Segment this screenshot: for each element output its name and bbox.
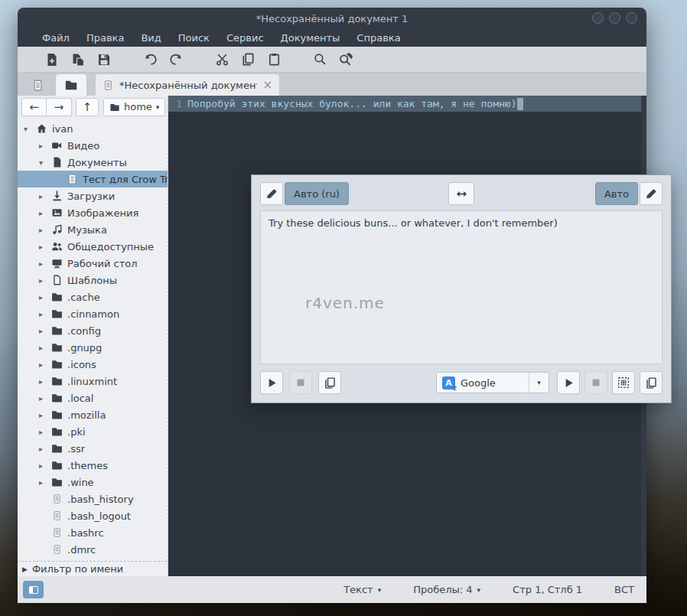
cut-button[interactable] [210,49,233,70]
tree-item-mozilla[interactable]: ▸.mozilla [18,406,168,423]
new-document-button[interactable] [41,49,63,70]
copy-source-button[interactable] [318,371,341,394]
swap-languages-button[interactable] [448,182,474,205]
stop-translation-button[interactable] [584,371,607,394]
expander-icon[interactable]: ▸ [39,478,50,487]
search-button[interactable] [308,49,331,70]
editor-line-1[interactable]: 1 Попробуй этих вкусных булок... или как… [168,96,646,112]
tab-width-dropdown[interactable]: Пробелы: 4▾ [413,584,480,595]
search-replace-button[interactable] [334,49,357,70]
tree-item-cinnamon[interactable]: ▸.cinnamon [18,305,168,322]
forward-button[interactable]: → [47,98,72,116]
back-button[interactable]: ← [21,98,47,116]
tree-item-config[interactable]: ▸.config [18,322,168,339]
menu-view[interactable]: Вид [132,31,169,45]
tree-item-themes[interactable]: ▸.themes [18,457,168,474]
expander-icon[interactable]: ▸ [39,192,50,200]
tab-close-icon[interactable]: × [262,80,272,91]
edit-source-lang-button[interactable] [260,182,283,205]
filter-by-name[interactable]: ▶ Фильтр по имени [18,561,168,576]
tree-item-desktop[interactable]: ▸Рабочий стол [18,255,168,272]
tree-item-test-file[interactable]: Тест для Crow Transl [18,171,168,187]
expander-icon[interactable]: ▸ [39,293,50,301]
menu-edit[interactable]: Правка [78,31,132,45]
tree-item-icons[interactable]: ▸.icons [18,356,168,373]
expander-icon[interactable]: ▾ [24,125,35,133]
maximize-button[interactable] [609,12,620,24]
tree-item-documents[interactable]: ▾Документы [18,154,168,171]
expander-icon[interactable]: ▸ [39,243,50,251]
panel-tab-file-browser[interactable] [56,74,86,96]
tree-item-label: .linuxmint [67,376,117,387]
open-button[interactable] [67,49,90,70]
expander-icon[interactable]: ▸ [39,310,50,318]
save-button[interactable] [93,49,116,70]
target-lang-toggle[interactable]: Авто [595,182,638,205]
editor-selected-text[interactable]: Попробуй этих вкусных булок... или как т… [187,98,516,109]
tree-item-video[interactable]: ▸Видео [18,137,168,154]
tree-item-ssr[interactable]: ▸.ssr [18,440,168,457]
menu-tools[interactable]: Сервис [218,31,272,45]
expander-icon[interactable]: ▸ [39,428,50,436]
document-tab[interactable]: *Несохранённый документ 1 × [96,74,279,96]
stop-source-button[interactable] [289,371,312,394]
tree-item-linuxmint[interactable]: ▸.linuxmint [18,373,168,389]
expander-icon[interactable]: ▸ [39,445,50,453]
edit-target-lang-button[interactable] [640,182,663,205]
tree-item-bash-logout[interactable]: .bash_logout [18,507,168,524]
tree-item-gnupg[interactable]: ▸.gnupg [18,339,168,356]
expander-icon[interactable]: ▸ [39,394,50,403]
location-dropdown[interactable]: home ▾ [103,98,165,116]
side-panel-toggle-button[interactable] [23,581,44,598]
expander-icon[interactable]: ▸ [39,209,50,217]
tree-item-templates[interactable]: ▸Шаблоны [18,272,168,288]
undo-button[interactable] [138,49,161,70]
expander-icon[interactable]: ▸ [39,411,50,419]
tree-item-cache[interactable]: ▸.cache [18,288,168,305]
doc-type-dropdown[interactable]: Текст▾ [344,584,381,595]
menu-help[interactable]: Справка [348,31,409,45]
paste-button[interactable] [262,49,285,70]
minimize-button[interactable] [592,12,604,24]
swap-icon [454,187,469,201]
title-bar[interactable]: *Несохранённый документ 1 [18,8,646,29]
expander-icon[interactable]: ▸ [39,461,50,470]
expander-icon[interactable]: ▸ [39,327,50,335]
menu-documents[interactable]: Документы [272,31,349,45]
redo-button[interactable] [164,49,187,70]
tree-item-public[interactable]: ▸Общедоступные [18,238,168,255]
expander-icon[interactable]: ▸ [39,360,50,369]
folder-icon [50,291,63,303]
expander-icon[interactable]: ▸ [39,276,50,285]
tree-item-pki[interactable]: ▸.pki [18,423,168,440]
copy-button[interactable] [236,49,259,70]
tree-item-dmrc[interactable]: .dmrc [18,541,168,558]
expander-icon[interactable]: ▾ [39,158,50,167]
speak-translation-button[interactable] [557,371,580,394]
source-lang-toggle[interactable]: Авто (ru) [285,182,349,205]
expander-icon[interactable]: ▸ [39,259,50,268]
tree-item-local[interactable]: ▸.local [18,389,168,406]
tree-item-downloads[interactable]: ▸Загрузки [18,187,168,204]
tree-item-bash-history[interactable]: .bash_history [18,491,168,507]
menu-search[interactable]: Поиск [170,31,218,45]
tree-item-music[interactable]: ▸Музыка [18,221,168,238]
expander-icon[interactable]: ▸ [39,226,50,234]
tree-item-wine[interactable]: ▸.wine [18,474,168,491]
engine-dropdown[interactable]: A Google ▾ [436,372,549,393]
filter-label: Фильтр по имени [32,563,123,575]
close-button[interactable] [626,12,637,24]
copy-translation-button[interactable] [640,371,663,394]
expander-icon[interactable]: ▸ [39,142,50,150]
translation-text-area[interactable]: Try these delicious buns... or whatever,… [260,210,663,364]
expander-icon[interactable]: ▸ [39,377,50,386]
tree-item-bashrc[interactable]: .bashrc [18,524,168,541]
speak-source-button[interactable] [260,371,283,394]
select-all-button[interactable] [612,371,635,394]
up-button[interactable]: ↑ [76,98,99,116]
expander-icon[interactable]: ▸ [39,344,50,352]
panel-tab-documents[interactable] [22,74,53,96]
tree-item-pictures[interactable]: ▸Изображения [18,204,168,221]
menu-file[interactable]: Файл [34,31,78,45]
tree-item-ivan[interactable]: ▾ivan [18,120,168,137]
